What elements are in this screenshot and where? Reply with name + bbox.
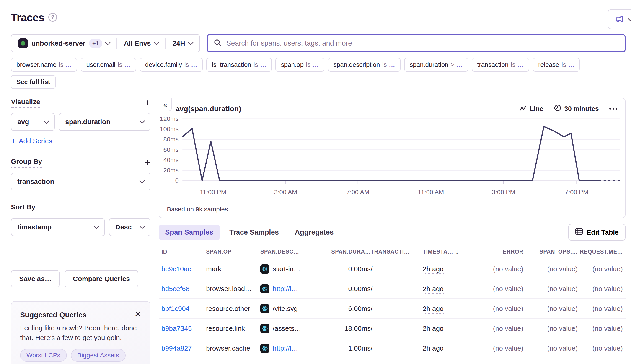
group-by-select[interactable]: transaction xyxy=(11,173,150,190)
line-chart-icon xyxy=(520,105,527,112)
react-icon xyxy=(260,344,269,353)
suggested-queries-body: Feeling like a newb? Been there, done th… xyxy=(20,323,141,342)
column-header[interactable]: TIMESTA…↓ xyxy=(423,248,472,255)
transaction-cell: / xyxy=(371,305,423,312)
span-id-link[interactable]: bd5cef68 xyxy=(161,285,189,292)
chevron-down-icon xyxy=(44,118,49,124)
help-icon[interactable]: ? xyxy=(48,13,57,22)
chevron-down-icon xyxy=(139,224,145,229)
suggested-chip[interactable]: Worst LCPs xyxy=(20,349,67,362)
filter-chip-span.op[interactable]: span.opis... xyxy=(275,58,324,72)
span-description-link[interactable]: http://l… xyxy=(273,344,298,352)
span-op-cell: browser.cache xyxy=(206,344,260,352)
tab-aggregates[interactable]: Aggregates xyxy=(288,224,340,240)
column-header[interactable]: REQUEST.ME… xyxy=(578,248,623,255)
table-row[interactable]: b5bac9fdhttp.clientGET htt…378.00ms/2h a… xyxy=(159,358,625,364)
chip-op: is xyxy=(561,61,566,68)
timestamp-value[interactable]: 2h ago xyxy=(423,265,444,274)
chart-more-button[interactable] xyxy=(609,108,617,110)
clock-icon xyxy=(554,104,561,113)
transaction-cell: / xyxy=(371,344,423,352)
filter-chip-user.email[interactable]: user.emailis... xyxy=(81,58,136,72)
chip-value: ... xyxy=(66,61,72,68)
scope-selectors: unborked-server +1 All Envs 24H xyxy=(11,34,200,52)
search-input[interactable] xyxy=(226,39,619,48)
timestamp-value[interactable]: 2h ago xyxy=(423,285,444,294)
table-row[interactable]: bbf1c904resource.other/vite.svg6.00ms/2h… xyxy=(159,299,625,319)
time-range-selector[interactable]: 24H xyxy=(166,34,199,52)
column-header-label: REQUEST.ME… xyxy=(580,248,623,255)
table-row[interactable]: be9c10acmarkstart-in…0.00ms/2h ago(no va… xyxy=(159,259,625,279)
add-series-button[interactable]: + Add Series xyxy=(11,137,52,145)
table-row[interactable]: b994a827browser.cachehttp://l…1.00ms/2h … xyxy=(159,338,625,358)
column-header[interactable]: ID xyxy=(161,248,206,255)
chart-interval-button[interactable]: 30 minutes xyxy=(554,104,599,113)
span-duration-cell: 6.00ms xyxy=(318,305,371,312)
timestamp-value[interactable]: 2h ago xyxy=(423,305,444,314)
chip-op: is xyxy=(118,61,122,68)
tab-span-samples[interactable]: Span Samples xyxy=(159,224,220,240)
add-visualize-button[interactable]: + xyxy=(145,100,150,106)
edit-table-button[interactable]: Edit Table xyxy=(568,224,625,240)
chip-op: is xyxy=(184,61,189,68)
column-header[interactable]: SPAN.DESC… xyxy=(260,248,318,255)
aggregate-select[interactable]: avg xyxy=(11,113,55,131)
plus-icon: + xyxy=(11,138,16,144)
project-icon xyxy=(18,38,28,48)
chart-type-button[interactable]: Line xyxy=(520,105,543,112)
request-method-cell: (no value) xyxy=(578,265,623,273)
svg-text:80ms: 80ms xyxy=(163,136,178,143)
suggested-queries-card: Suggested Queries ✕ Feeling like a newb?… xyxy=(11,301,150,364)
see-full-list-button[interactable]: See full list xyxy=(11,75,56,89)
span-op-cell: resource.link xyxy=(206,324,260,332)
collapse-sidebar-button[interactable]: « xyxy=(159,98,172,111)
close-icon[interactable]: ✕ xyxy=(135,311,141,318)
filter-chip-span.description[interactable]: span.descriptionis... xyxy=(328,58,401,72)
span-id-link[interactable]: b994a827 xyxy=(161,344,192,352)
timestamp-cell: 2h ago xyxy=(423,344,472,352)
compare-queries-button[interactable]: Compare Queries xyxy=(65,270,138,288)
column-header-label: TRANSACTI… xyxy=(371,248,410,255)
whats-new-button[interactable] xyxy=(607,9,631,30)
line-chart[interactable]: 020ms40ms60ms80ms100ms120ms11:00 PM3:00 … xyxy=(159,114,625,201)
span-id-link[interactable]: be9c10ac xyxy=(161,265,191,273)
span-id-link[interactable]: b9ba7345 xyxy=(161,324,192,332)
span-description-link[interactable]: http://l… xyxy=(273,285,298,293)
filter-chip-release[interactable]: releaseis... xyxy=(533,58,580,72)
environment-selector[interactable]: All Envs xyxy=(117,34,165,52)
sort-direction-select[interactable]: Desc xyxy=(109,218,150,236)
span-description-cell: http://l… xyxy=(260,344,318,353)
column-header[interactable]: ERROR xyxy=(472,248,523,255)
field-select[interactable]: span.duration xyxy=(59,113,150,131)
add-group-by-button[interactable]: + xyxy=(145,159,150,166)
filter-chip-is_transaction[interactable]: is_transactionis... xyxy=(206,58,272,72)
svg-text:40ms: 40ms xyxy=(163,156,178,164)
react-icon xyxy=(260,304,269,313)
timestamp-value[interactable]: 2h ago xyxy=(423,344,444,353)
filter-chip-device.family[interactable]: device.familyis... xyxy=(140,58,203,72)
filter-chip-span.duration[interactable]: span.duration>... xyxy=(404,58,468,72)
sort-field-select[interactable]: timestamp xyxy=(11,218,105,236)
column-header[interactable]: TRANSACTI… xyxy=(371,248,423,255)
tab-trace-samples[interactable]: Trace Samples xyxy=(223,224,285,240)
suggested-chip[interactable]: Biggest Assets xyxy=(71,349,126,362)
save-as-button[interactable]: Save as… xyxy=(11,270,60,288)
project-selector[interactable]: unborked-server +1 xyxy=(12,34,117,52)
column-header-label: SPAN.OP xyxy=(206,248,232,255)
filter-chip-browser.name[interactable]: browser.nameis... xyxy=(11,58,77,72)
chevron-down-icon xyxy=(627,16,631,21)
column-header[interactable]: SPAN_OPS.… xyxy=(523,248,578,255)
svg-text:11:00 PM: 11:00 PM xyxy=(200,188,226,196)
table-row[interactable]: bd5cef68browser.load…http://l…0.00ms/2h … xyxy=(159,279,625,299)
filter-chip-transaction[interactable]: transactionis... xyxy=(472,58,529,72)
span-ops-cell: (no value) xyxy=(523,344,578,352)
timestamp-cell: 2h ago xyxy=(423,324,472,332)
transaction-cell: / xyxy=(371,265,423,273)
chevron-down-icon xyxy=(188,40,193,45)
timestamp-value[interactable]: 2h ago xyxy=(423,324,444,334)
span-id-link[interactable]: bbf1c904 xyxy=(161,305,189,312)
column-header[interactable]: SPAN.DURA… xyxy=(318,248,371,255)
column-header[interactable]: SPAN.OP xyxy=(206,248,260,255)
table-row[interactable]: b9ba7345resource.link/assets…18.00ms/2h … xyxy=(159,319,625,338)
page-header: Traces ? xyxy=(11,8,625,26)
